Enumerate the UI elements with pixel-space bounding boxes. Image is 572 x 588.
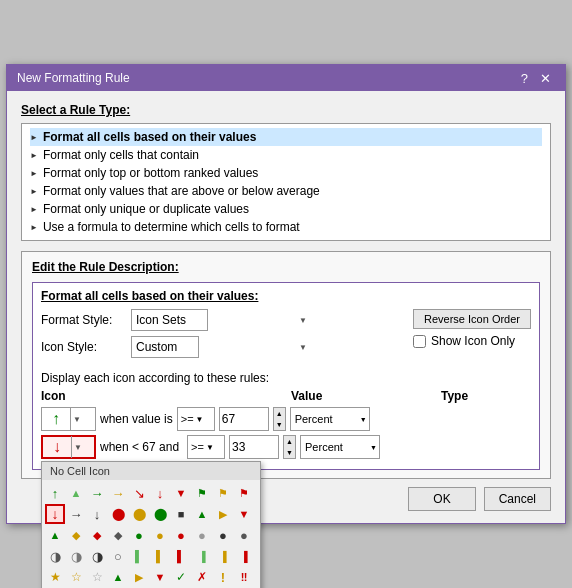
cancel-button[interactable]: Cancel — [484, 487, 551, 511]
close-button[interactable]: ✕ — [536, 72, 555, 85]
new-formatting-rule-dialog: New Formatting Rule ? ✕ Select a Rule Ty… — [6, 64, 566, 524]
picker-icon-half2[interactable]: ◑ — [66, 546, 86, 566]
type-select-wrap-2: Percent — [300, 435, 380, 459]
stepper-up-2[interactable]: ▲ — [284, 436, 295, 447]
picker-icon-green-up[interactable]: ↑ — [45, 483, 65, 503]
stepper-2[interactable]: ▲ ▼ — [283, 435, 296, 459]
icon-style-select[interactable]: Custom — [131, 336, 199, 358]
picker-icon-triangle-red[interactable]: ▼ — [234, 504, 254, 524]
stepper-down-2[interactable]: ▼ — [284, 447, 295, 458]
rule-item-0[interactable]: Format all cells based on their values — [30, 128, 542, 146]
display-rules-label: Display each icon according to these rul… — [41, 371, 531, 385]
picker-icon-circle-red[interactable]: ⬤ — [108, 504, 128, 524]
col-blank2 — [381, 389, 441, 403]
rule-item-5[interactable]: Use a formula to determine which cells t… — [30, 218, 542, 236]
help-button[interactable]: ? — [517, 72, 532, 85]
value-input-1[interactable] — [219, 407, 269, 431]
icon-selector-2[interactable]: ↓ ▼ — [41, 435, 96, 459]
picker-icon-check-g[interactable]: ✓ — [171, 567, 191, 587]
picker-icon-triangle-yellow[interactable]: ▶ — [213, 504, 233, 524]
picker-icon-dot-green[interactable]: ● — [129, 525, 149, 545]
picker-icon-tri-up[interactable]: ▲ — [108, 567, 128, 587]
picker-icon-down-black[interactable]: ↓ — [87, 504, 107, 524]
type-select-2[interactable]: Percent — [300, 435, 380, 459]
picker-icon-flag-yellow[interactable]: ⚑ — [213, 483, 233, 503]
title-bar: New Formatting Rule ? ✕ — [7, 65, 565, 91]
picker-icon-circle-o[interactable]: ○ — [108, 546, 128, 566]
picker-icon-flag-red[interactable]: ⚑ — [234, 483, 254, 503]
compare-select-1[interactable]: >= ▼ — [177, 407, 215, 431]
picker-icon-red-down-diag[interactable]: ↘ — [129, 483, 149, 503]
picker-icon-star-gold[interactable]: ★ — [45, 567, 65, 587]
stepper-down-1[interactable]: ▼ — [274, 419, 285, 430]
rule-item-4[interactable]: Format only unique or duplicate values — [30, 200, 542, 218]
picker-icon-flag-green[interactable]: ⚑ — [192, 483, 212, 503]
picker-icon-diamond-r[interactable]: ◆ — [87, 525, 107, 545]
format-style-select[interactable]: Icon Sets — [131, 309, 208, 331]
picker-icon-bar4[interactable]: ▐ — [192, 546, 212, 566]
picker-icon-dot-yellow[interactable]: ● — [150, 525, 170, 545]
picker-icon-circle-green[interactable]: ⬤ — [150, 504, 170, 524]
picker-icon-red-down-selected[interactable]: ↓ — [45, 504, 65, 524]
picker-icon-dot-red[interactable]: ● — [171, 525, 191, 545]
icon-green-up: ↑ — [52, 410, 60, 428]
show-icon-only-label: Show Icon Only — [431, 334, 515, 348]
picker-icon-excl-r[interactable]: ‼ — [234, 567, 254, 587]
picker-icon-half1[interactable]: ◑ — [45, 546, 65, 566]
format-box: Format all cells based on their values: … — [32, 282, 540, 470]
picker-icon-circle-yellow[interactable]: ⬤ — [129, 504, 149, 524]
icon-style-label: Icon Style: — [41, 340, 131, 354]
rule-item-5-text: Use a formula to determine which cells t… — [43, 220, 300, 234]
rule-item-2[interactable]: Format only top or bottom ranked values — [30, 164, 542, 182]
picker-icon-green-up2[interactable]: ▲ — [66, 483, 86, 503]
rule-type-label: Select a Rule Type: — [21, 103, 551, 117]
format-style-select-wrapper: Icon Sets — [131, 309, 311, 331]
picker-icon-diamond-y[interactable]: ◆ — [66, 525, 86, 545]
picker-icon-red-down[interactable]: ↓ — [150, 483, 170, 503]
type-select-1[interactable]: Percent — [290, 407, 370, 431]
picker-icon-half3[interactable]: ◑ — [87, 546, 107, 566]
picker-icon-tri-g[interactable]: ▲ — [45, 525, 65, 545]
row-1-condition: when value is — [100, 412, 173, 426]
picker-icon-bar5[interactable]: ▐ — [213, 546, 233, 566]
picker-icon-dot-dk[interactable]: ● — [213, 525, 233, 545]
picker-icon-bar1[interactable]: ▌ — [129, 546, 149, 566]
picker-icon-diamond-b[interactable]: ◆ — [108, 525, 128, 545]
picker-icon-right-black[interactable]: → — [66, 504, 86, 524]
picker-icon-bar3[interactable]: ▌ — [171, 546, 191, 566]
picker-icon-tri-dn[interactable]: ▼ — [150, 567, 170, 587]
picker-icon-black-square[interactable]: ■ — [171, 504, 191, 524]
picker-icon-red-down2[interactable]: ▼ — [171, 483, 191, 503]
value-input-2[interactable] — [229, 435, 279, 459]
picker-icon-star-empty[interactable]: ☆ — [87, 567, 107, 587]
rule-type-list: Format all cells based on their values F… — [21, 123, 551, 241]
compare-1-text: >= — [181, 413, 194, 425]
picker-icon-dot-gray[interactable]: ● — [192, 525, 212, 545]
rule-item-1-text: Format only cells that contain — [43, 148, 199, 162]
icon-row-2: ↓ ▼ when < 67 and >= ▼ ▲ ▼ — [41, 435, 531, 459]
col-blank — [171, 389, 291, 403]
icon-box-1: ↑ — [42, 408, 70, 430]
stepper-1[interactable]: ▲ ▼ — [273, 407, 286, 431]
picker-icon-tri-side[interactable]: ▶ — [129, 567, 149, 587]
show-icon-only-checkbox[interactable] — [413, 335, 426, 348]
picker-icon-excl-y[interactable]: ! — [213, 567, 233, 587]
stepper-up-1[interactable]: ▲ — [274, 408, 285, 419]
picker-icon-dot-b2[interactable]: ● — [234, 525, 254, 545]
picker-icon-yellow-right[interactable]: → — [108, 483, 128, 503]
picker-icon-triangle-green[interactable]: ▲ — [192, 504, 212, 524]
no-cell-icon-label[interactable]: No Cell Icon — [42, 462, 260, 480]
picker-icon-ex-r[interactable]: ✗ — [192, 567, 212, 587]
rule-item-1[interactable]: Format only cells that contain — [30, 146, 542, 164]
ok-button[interactable]: OK — [408, 487, 475, 511]
icon-dropdown-arrow-2: ▼ — [72, 443, 84, 452]
rule-item-3[interactable]: Format only values that are above or bel… — [30, 182, 542, 200]
reverse-icon-order-button[interactable]: Reverse Icon Order — [413, 309, 531, 329]
icon-selector-1[interactable]: ↑ ▼ — [41, 407, 96, 431]
picker-icon-bar2[interactable]: ▌ — [150, 546, 170, 566]
picker-icon-bar6[interactable]: ▐ — [234, 546, 254, 566]
picker-icon-green-right[interactable]: → — [87, 483, 107, 503]
rule-item-4-text: Format only unique or duplicate values — [43, 202, 249, 216]
compare-select-2[interactable]: >= ▼ — [187, 435, 225, 459]
picker-icon-star-half[interactable]: ☆ — [66, 567, 86, 587]
